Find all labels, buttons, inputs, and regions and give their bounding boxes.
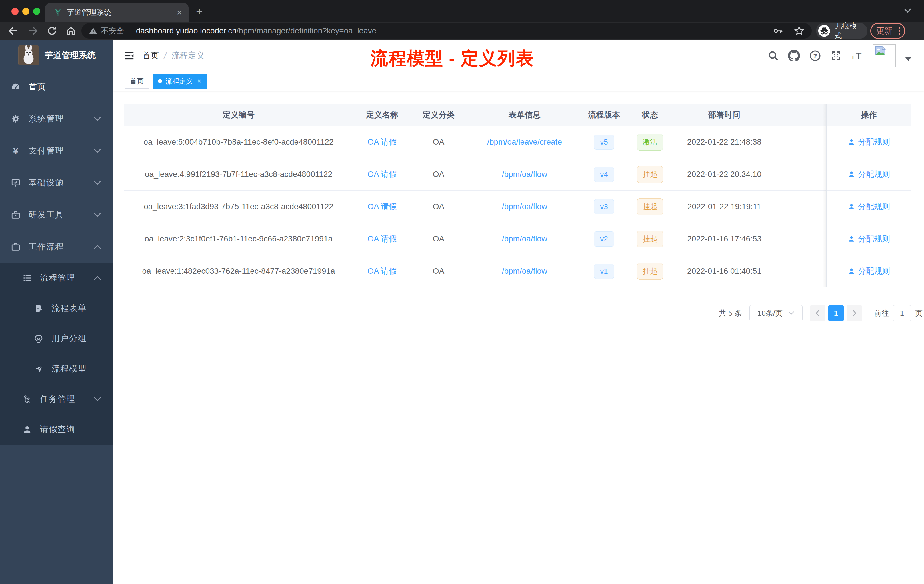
help-icon[interactable]: ? xyxy=(809,50,821,62)
table-row: oa_leave:4:991f2193-7b7f-11ec-a3c8-acde4… xyxy=(124,158,911,191)
definition-name-link[interactable]: OA 请假 xyxy=(368,137,397,146)
sidebar-item-label: 流程模型 xyxy=(51,363,87,374)
assign-rule-link[interactable]: 分配规则 xyxy=(848,169,890,180)
back-icon[interactable] xyxy=(8,26,19,36)
tag-home[interactable]: 首页 xyxy=(125,74,149,89)
col-header-actions: 操作 xyxy=(826,109,911,120)
minimize-window-button[interactable] xyxy=(22,8,30,15)
send-icon xyxy=(34,364,43,373)
col-header-name: 定义名称 xyxy=(353,109,411,120)
breadcrumb-home[interactable]: 首页 xyxy=(142,50,159,61)
browser-tab[interactable]: 芋道管理系统 × xyxy=(45,3,188,22)
col-header-category: 定义分类 xyxy=(411,109,466,120)
chevron-down-icon xyxy=(93,116,102,122)
col-header-id: 定义编号 xyxy=(124,109,353,120)
form-link[interactable]: /bpm/oa/flow xyxy=(502,234,548,243)
sidebar-item-process-form[interactable]: 流程表单 xyxy=(0,293,113,323)
table-row: oa_leave:1:482ec033-762a-11ec-8477-a2380… xyxy=(124,255,911,287)
url-path: /bpm/manager/definition?key=oa_leave xyxy=(237,26,376,35)
chevron-down-icon xyxy=(93,212,102,218)
sidebar-item-infra[interactable]: 基础设施 xyxy=(0,167,113,199)
sidebar-item-leave-query[interactable]: 请假查询 xyxy=(0,414,113,445)
sidebar-item-user-group[interactable]: 用户分组 xyxy=(0,323,113,354)
chevron-down-icon xyxy=(788,311,795,315)
list-icon xyxy=(22,274,32,282)
github-icon[interactable] xyxy=(788,50,800,62)
sidebar-item-process-model[interactable]: 流程模型 xyxy=(0,354,113,384)
col-header-version: 流程版本 xyxy=(583,109,625,120)
address-bar[interactable]: 不安全 dashboard.yudao.iocoder.cn/bpm/manag… xyxy=(81,23,812,39)
definition-name-link[interactable]: OA 请假 xyxy=(368,202,397,211)
toolbox-icon xyxy=(11,210,21,220)
sidebar-item-process-mgmt[interactable]: 流程管理 xyxy=(0,263,113,293)
fullscreen-icon[interactable] xyxy=(830,50,842,61)
assign-rule-link[interactable]: 分配规则 xyxy=(848,137,890,147)
sidebar-item-system[interactable]: 系统管理 xyxy=(0,103,113,135)
incognito-badge: 无痕模式 xyxy=(816,23,868,39)
status-badge: 挂起 xyxy=(637,166,663,183)
status-badge: 挂起 xyxy=(637,231,663,247)
form-link[interactable]: /bpm/oa/flow xyxy=(502,202,548,211)
user-icon xyxy=(848,235,855,243)
new-tab-button[interactable]: + xyxy=(196,6,203,16)
tab-close-icon[interactable]: × xyxy=(177,8,182,17)
sidebar-item-label: 研发工具 xyxy=(28,209,64,221)
home-icon[interactable] xyxy=(66,26,76,36)
chevron-down-icon xyxy=(93,148,102,154)
assign-rule-link[interactable]: 分配规则 xyxy=(848,233,890,244)
close-window-button[interactable] xyxy=(12,8,18,15)
update-browser-button[interactable]: 更新 xyxy=(870,23,905,39)
page-number-button[interactable]: 1 xyxy=(828,305,844,321)
goto-page-input[interactable]: 1 xyxy=(893,305,911,321)
assign-rule-link[interactable]: 分配规则 xyxy=(848,266,890,277)
window-controls[interactable] xyxy=(12,8,40,15)
tab-search-chevron-icon[interactable] xyxy=(903,7,912,14)
update-label[interactable]: 更新 xyxy=(876,25,892,36)
form-link[interactable]: /bpm/oa/flow xyxy=(502,170,548,178)
chevron-up-icon xyxy=(93,244,102,250)
sidebar-logo[interactable]: 芋道管理系统 xyxy=(0,40,113,71)
definition-name-link[interactable]: OA 请假 xyxy=(368,170,397,178)
assign-rule-label: 分配规则 xyxy=(858,137,890,147)
browser-chrome: 芋道管理系统 × + xyxy=(0,0,924,40)
not-secure-label[interactable]: 不安全 xyxy=(101,26,124,36)
prev-page-button[interactable] xyxy=(810,305,825,321)
search-icon[interactable] xyxy=(767,50,779,61)
sidebar-item-payment[interactable]: ¥ 支付管理 xyxy=(0,135,113,167)
form-link[interactable]: /bpm/oa/leave/create xyxy=(487,137,562,146)
assign-rule-label: 分配规则 xyxy=(858,169,890,180)
version-badge: v3 xyxy=(594,199,614,214)
sidebar-item-task-mgmt[interactable]: 任务管理 xyxy=(0,384,113,414)
breadcrumb-current: 流程定义 xyxy=(172,50,205,61)
pagination: 共 5 条 10条/页 1 前往 1 页 xyxy=(135,305,922,321)
sidebar-item-workflow[interactable]: 工作流程 xyxy=(0,231,113,263)
font-size-icon[interactable]: т T xyxy=(851,50,863,61)
user-icon xyxy=(848,267,855,275)
version-badge: v1 xyxy=(594,264,614,279)
password-key-icon[interactable] xyxy=(773,26,783,36)
definition-name-link[interactable]: OA 请假 xyxy=(368,267,397,276)
user-avatar-placeholder[interactable] xyxy=(873,44,896,68)
sidebar-item-home[interactable]: 首页 xyxy=(0,71,113,103)
page-unit-label: 页 xyxy=(915,308,922,318)
bookmark-star-icon[interactable] xyxy=(794,26,804,36)
browser-menu-icon[interactable] xyxy=(899,27,900,35)
sidebar-fold-icon[interactable] xyxy=(124,50,135,61)
next-page-button[interactable] xyxy=(846,305,862,321)
sidebar-item-devtools[interactable]: 研发工具 xyxy=(0,199,113,231)
page-size-select[interactable]: 10条/页 xyxy=(749,305,803,321)
avatar-caret-icon[interactable] xyxy=(905,57,911,61)
assign-rule-link[interactable]: 分配规则 xyxy=(848,201,890,212)
definition-id: oa_leave:5:004b710b-7b8a-11ec-8ef0-acde4… xyxy=(124,137,353,147)
reload-icon[interactable] xyxy=(47,26,57,36)
table-header-row: 定义编号 定义名称 定义分类 表单信息 流程版本 状态 部署时间 操作 xyxy=(124,104,911,126)
forward-icon[interactable] xyxy=(27,26,38,36)
zoom-window-button[interactable] xyxy=(33,8,40,15)
form-link[interactable]: /bpm/oa/flow xyxy=(502,267,548,276)
brand-title: 芋道管理系统 xyxy=(45,50,96,61)
goto-label: 前往 xyxy=(874,308,889,318)
tag-close-icon[interactable]: × xyxy=(198,78,201,85)
definition-category: OA xyxy=(411,267,466,276)
definition-name-link[interactable]: OA 请假 xyxy=(368,234,397,243)
tag-process-definition[interactable]: 流程定义 × xyxy=(153,74,206,89)
